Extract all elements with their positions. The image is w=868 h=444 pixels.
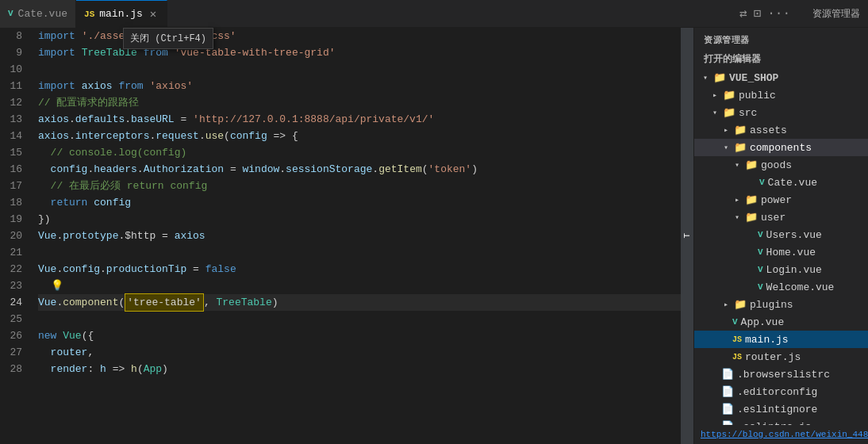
- file-icon: 📄: [721, 403, 734, 415]
- tree-item-users-vue[interactable]: V Users.vue: [694, 226, 868, 243]
- split-editor-icon[interactable]: ⇄: [739, 6, 747, 21]
- tree-label-eslintignore: .eslintignore: [737, 404, 817, 415]
- vue-file-icon: V: [758, 265, 763, 274]
- code-line-27: router,: [38, 344, 681, 361]
- code-line-14: axios.interceptors.request.use(config =>…: [38, 128, 681, 144]
- code-line-16: config.headers.Authorization = window.se…: [38, 161, 681, 178]
- tab-main-js[interactable]: JS main.js ✕: [76, 0, 167, 28]
- code-line-12: // 配置请求的跟路径: [38, 94, 681, 111]
- view-layout-icon[interactable]: ⊡: [754, 6, 762, 21]
- t-indicator[interactable]: T: [681, 28, 693, 444]
- tree-label-login-vue: Login.vue: [766, 264, 822, 276]
- tree-item-goods[interactable]: ▾ 📁 goods: [694, 156, 868, 174]
- tree-item-plugins[interactable]: ▸ 📁 plugins: [694, 296, 868, 313]
- tree-label-assets: assets: [750, 124, 787, 136]
- tree-label-cate-vue: Cate.vue: [768, 177, 817, 189]
- folder-icon: 📁: [734, 141, 747, 154]
- chevron-down-icon: ▾: [721, 143, 731, 152]
- chevron-right-icon: ▸: [721, 300, 731, 309]
- chevron-down-icon: ▾: [732, 160, 742, 170]
- tree-label-user: user: [761, 212, 785, 224]
- more-actions-icon[interactable]: ···: [767, 6, 790, 21]
- code-line-25: [38, 311, 681, 327]
- tree-item-router-js[interactable]: JS router.js: [694, 348, 868, 366]
- code-line-26: new Vue({: [38, 327, 681, 344]
- tab-bar: V Cate.vue JS main.js ✕ 关闭 (Ctrl+F4) ⇄ ⊡…: [0, 0, 868, 28]
- folder-icon: 📁: [734, 298, 747, 311]
- code-line-28: render: h => h(App): [38, 361, 681, 377]
- tab-main-js-label: main.js: [99, 8, 143, 20]
- file-explorer-sidebar: 资源管理器 打开的编辑器 ▾ 📁 VUE_SHOP ▸ 📁 public ▾ 📁…: [693, 28, 868, 444]
- code-line-15: // console.log(config): [38, 144, 681, 161]
- code-content[interactable]: import './assets/css/global.css' import …: [32, 28, 681, 444]
- sidebar-title: 资源管理器: [694, 28, 868, 49]
- tree-label-editorconfig: .editorconfig: [737, 386, 817, 398]
- tree-item-app-vue[interactable]: V App.vue: [694, 313, 868, 331]
- bottom-url[interactable]: https://blog.csdn.net/weixin_44865458: [694, 425, 868, 444]
- folder-icon: 📁: [734, 124, 747, 136]
- root-folder-icon: 📁: [713, 71, 726, 84]
- tree-label-browserslistrc: .browserslistrc: [737, 369, 830, 381]
- tree-label-users-vue: Users.vue: [766, 229, 822, 241]
- js-file-icon: JS: [732, 335, 742, 344]
- tab-close-button[interactable]: ✕: [148, 6, 159, 22]
- tree-label-router-js: router.js: [745, 351, 801, 363]
- tree-item-login-vue[interactable]: V Login.vue: [694, 261, 868, 278]
- tree-root[interactable]: ▾ 📁 VUE_SHOP: [694, 69, 868, 86]
- tree-item-power[interactable]: ▸ 📁 power: [694, 191, 868, 209]
- tab-cate-vue[interactable]: V Cate.vue: [0, 0, 76, 28]
- tree-item-assets[interactable]: ▸ 📁 assets: [694, 121, 868, 139]
- tree-item-eslintrc[interactable]: 📄 .eslintrc.js: [694, 418, 868, 425]
- tree-label-goods: goods: [761, 159, 792, 171]
- tree-item-main-js[interactable]: JS main.js: [694, 331, 868, 348]
- tree-item-src[interactable]: ▾ 📁 src: [694, 104, 868, 121]
- chevron-down-icon: ▾: [710, 108, 720, 117]
- js-file-tab-icon: JS: [84, 10, 94, 19]
- tree-item-components[interactable]: ▾ 📁 components: [694, 139, 868, 156]
- tree-item-home-vue[interactable]: V Home.vue: [694, 243, 868, 261]
- tree-item-browserslistrc[interactable]: 📄 .browserslistrc: [694, 366, 868, 383]
- tree-item-welcome-vue[interactable]: V Welcome.vue: [694, 278, 868, 296]
- spacer: ▸: [747, 178, 756, 187]
- tree-item-eslintignore[interactable]: 📄 .eslintignore: [694, 400, 868, 418]
- tree-label-welcome-vue: Welcome.vue: [766, 281, 835, 293]
- tree-root-label: VUE_SHOP: [729, 72, 778, 84]
- tree-label-power: power: [761, 194, 792, 206]
- js-file-icon: JS: [732, 353, 742, 362]
- main-area: 8 9 10 11 12 13 14 15 16 17 18 19 20 21 …: [0, 28, 868, 444]
- tree-item-cate-vue[interactable]: ▸ V Cate.vue: [694, 174, 868, 191]
- code-line-11: import axios from 'axios': [38, 78, 681, 94]
- tree-label-plugins: plugins: [750, 299, 793, 311]
- code-line-24: Vue.component('tree-table', TreeTable): [38, 294, 681, 311]
- folder-icon: 📁: [723, 106, 735, 119]
- vue-file-icon: V: [759, 178, 765, 187]
- chevron-right-icon: ▸: [721, 125, 731, 135]
- file-icon: 📄: [721, 385, 734, 398]
- tree-item-user[interactable]: ▾ 📁 user: [694, 209, 868, 226]
- code-line-21: [38, 244, 681, 261]
- code-line-20: Vue.prototype.$http = axios: [38, 228, 681, 244]
- sidebar-title-top: 资源管理器: [812, 7, 860, 21]
- close-tooltip: 关闭 (Ctrl+F4): [123, 28, 213, 49]
- tab-cate-vue-label: Cate.vue: [18, 8, 67, 20]
- folder-icon: 📁: [745, 193, 758, 206]
- folder-icon: 📁: [723, 89, 735, 101]
- folder-icon: 📁: [745, 159, 758, 171]
- code-line-17: // 在最后必须 return config: [38, 178, 681, 194]
- chevron-right-icon: ▸: [710, 90, 720, 100]
- chevron-right-icon: ▸: [732, 195, 742, 205]
- folder-icon: 📁: [745, 211, 758, 224]
- tree-label-home-vue: Home.vue: [766, 247, 816, 258]
- tree-label-public: public: [739, 90, 776, 101]
- tree-label-src: src: [739, 107, 757, 119]
- vue-file-icon: V: [732, 317, 738, 327]
- editor-action-icons: ⇄ ⊡ ··· 资源管理器: [739, 6, 868, 21]
- code-line-13: axios.defaults.baseURL = 'http://127.0.0…: [38, 111, 681, 128]
- tree-item-public[interactable]: ▸ 📁 public: [694, 86, 868, 104]
- code-editor[interactable]: 8 9 10 11 12 13 14 15 16 17 18 19 20 21 …: [0, 28, 693, 444]
- tree-item-editorconfig[interactable]: 📄 .editorconfig: [694, 383, 868, 400]
- tree-label-main-js: main.js: [745, 334, 789, 346]
- vue-file-icon: V: [758, 230, 763, 239]
- code-line-10: [38, 61, 681, 78]
- line-numbers: 8 9 10 11 12 13 14 15 16 17 18 19 20 21 …: [0, 28, 32, 444]
